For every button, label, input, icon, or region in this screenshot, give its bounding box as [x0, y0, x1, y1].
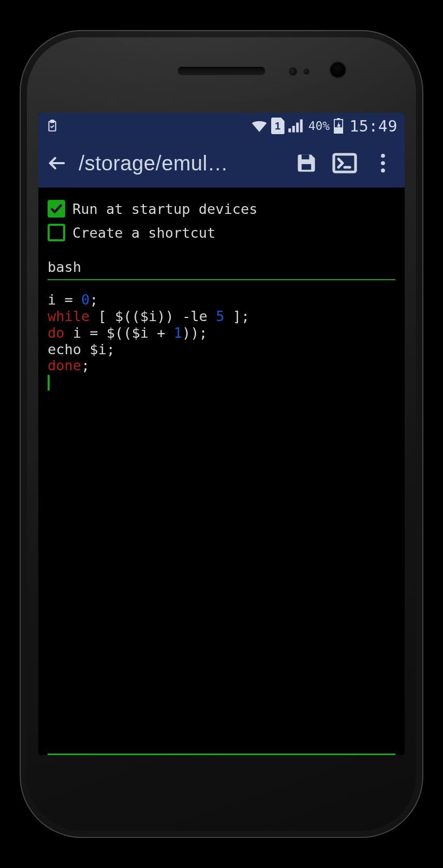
status-clock: 15:49 — [349, 117, 397, 135]
wifi-icon — [250, 119, 268, 133]
sensor-dot — [289, 67, 297, 76]
svg-rect-4 — [296, 123, 299, 133]
run-at-startup-row[interactable]: Run at startup devices — [48, 197, 395, 221]
front-camera — [329, 61, 347, 79]
create-shortcut-checkbox[interactable] — [48, 224, 65, 241]
editor-content: Run at startup devices Create a shortcut… — [38, 187, 405, 755]
svg-rect-11 — [334, 154, 356, 172]
clipboard-icon — [46, 118, 59, 134]
svg-rect-9 — [302, 164, 311, 170]
terminal-button[interactable] — [328, 147, 361, 180]
run-at-startup-label: Run at startup devices — [72, 201, 258, 217]
code-keyword: done — [48, 357, 81, 373]
create-shortcut-row[interactable]: Create a shortcut — [48, 221, 395, 244]
shell-field-value: bash — [48, 259, 81, 275]
screen: 1 40% 15:49 — [38, 113, 405, 755]
code-text: ; — [81, 357, 90, 373]
svg-rect-10 — [302, 155, 309, 160]
status-bar: 1 40% 15:49 — [38, 113, 405, 139]
code-number: 5 — [216, 308, 224, 324]
battery-charging-icon — [334, 118, 343, 134]
code-text: ]; — [224, 308, 249, 324]
svg-rect-8 — [337, 118, 339, 120]
code-number: 0 — [81, 292, 90, 308]
text-cursor — [48, 375, 50, 390]
code-editor[interactable]: i = 0; while [ $(($i)) -le 5 ]; do i = $… — [48, 292, 395, 755]
code-number: 1 — [174, 325, 182, 341]
svg-rect-5 — [300, 120, 302, 133]
code-keyword: while — [48, 308, 90, 324]
earpiece — [178, 66, 265, 76]
overflow-menu-button[interactable] — [366, 147, 400, 180]
code-text: )); — [182, 325, 208, 341]
code-text: i = $(($i + — [65, 325, 174, 341]
svg-point-12 — [381, 154, 385, 158]
svg-point-13 — [381, 161, 385, 165]
shell-field[interactable]: bash — [48, 259, 395, 280]
app-bar: /storage/emul… — [38, 139, 405, 187]
svg-rect-3 — [292, 126, 294, 133]
code-text: ; — [90, 292, 98, 308]
create-shortcut-label: Create a shortcut — [72, 225, 215, 241]
back-button[interactable] — [40, 147, 73, 180]
path-title: /storage/emul… — [79, 152, 285, 175]
svg-point-14 — [381, 168, 385, 172]
svg-rect-1 — [51, 120, 54, 122]
code-keyword: do — [48, 325, 65, 341]
battery-percent: 40% — [308, 119, 330, 133]
run-at-startup-checkbox[interactable] — [48, 200, 65, 218]
code-text: [ $(($i)) -le — [90, 308, 216, 324]
phone-frame: 1 40% 15:49 — [20, 30, 423, 838]
svg-rect-2 — [288, 128, 291, 133]
sensor-dot — [303, 68, 309, 75]
sim-icon: 1 — [271, 118, 285, 134]
code-text: i = — [48, 292, 81, 308]
save-button[interactable] — [290, 147, 323, 180]
code-text: echo $i; — [48, 341, 115, 357]
signal-icon — [288, 119, 303, 133]
